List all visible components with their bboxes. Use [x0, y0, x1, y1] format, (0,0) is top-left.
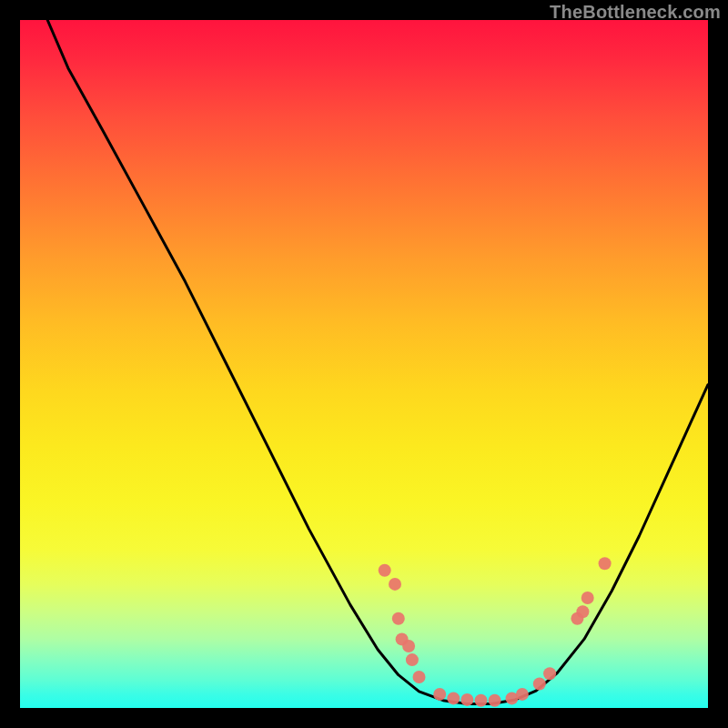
marker-dot	[447, 692, 460, 704]
marker-dot	[413, 671, 426, 683]
marker-dot	[379, 564, 391, 577]
marker-dot	[581, 592, 594, 604]
marker-dot	[475, 694, 488, 707]
marker-dot	[460, 693, 473, 706]
marker-dot	[543, 667, 556, 680]
marker-dot	[389, 578, 401, 591]
curve-markers-group	[379, 557, 612, 707]
marker-dot	[489, 694, 501, 707]
chart-frame	[20, 20, 708, 708]
marker-dot	[402, 640, 415, 652]
marker-dot	[533, 678, 546, 691]
marker-dot	[392, 612, 405, 625]
marker-dot	[433, 688, 446, 701]
marker-dot	[406, 653, 419, 666]
marker-dot	[576, 605, 589, 618]
marker-dot	[516, 688, 529, 701]
chart-svg	[20, 20, 708, 708]
bottleneck-curve	[47, 20, 708, 704]
marker-dot	[599, 557, 612, 570]
